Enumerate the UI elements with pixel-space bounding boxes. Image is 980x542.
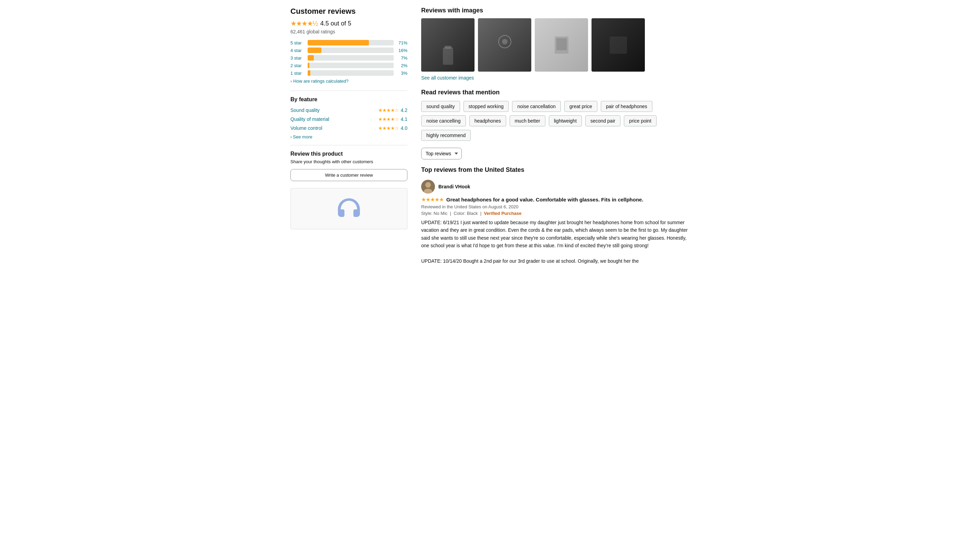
feature-name-volume-control[interactable]: Volume control bbox=[290, 125, 323, 131]
see-more-link[interactable]: › See more bbox=[290, 134, 407, 139]
review-images-row bbox=[421, 18, 690, 72]
reviewer-name-0: Brandi VHook bbox=[438, 184, 470, 190]
global-ratings-text: 62,461 global ratings bbox=[290, 29, 407, 34]
divider-2 bbox=[290, 145, 407, 145]
review-style-color-0: Style: No Mic | Color: Black | Verified … bbox=[421, 211, 690, 216]
svg-rect-1 bbox=[445, 46, 452, 49]
verified-purchase-badge-0: Verified Purchase bbox=[484, 211, 521, 216]
chevron-down-icon: › bbox=[290, 78, 292, 84]
review-card-0: Brandi VHook ★★★★★ Great headphones for … bbox=[421, 180, 690, 265]
bar-container-2star bbox=[308, 63, 394, 68]
bar-pct-1star[interactable]: 3% bbox=[396, 70, 407, 76]
review-style-0: Style: No Mic bbox=[421, 211, 448, 216]
feature-score-volume-control: 4.0 bbox=[401, 125, 407, 131]
reviewer-avatar-0 bbox=[421, 180, 435, 193]
feature-name-sound-quality[interactable]: Sound quality bbox=[290, 107, 320, 113]
bar-pct-4star[interactable]: 16% bbox=[396, 48, 407, 53]
overall-stars-icon: ★★★★½ bbox=[290, 19, 318, 27]
sort-select[interactable]: Top reviews Most recent bbox=[421, 148, 462, 159]
write-review-button[interactable]: Write a customer review bbox=[290, 169, 407, 181]
feature-name-quality-material[interactable]: Quality of material bbox=[290, 116, 329, 122]
mention-tag-stopped-working[interactable]: stopped working bbox=[463, 101, 509, 112]
feature-stars-sound-quality: ★★★★☆ 4.2 bbox=[378, 107, 407, 113]
reviews-images-title: Reviews with images bbox=[421, 7, 690, 14]
sort-row: Top reviews Most recent bbox=[421, 148, 690, 159]
left-column: Customer reviews ★★★★½ 4.5 out of 5 62,4… bbox=[290, 7, 407, 274]
review-body-0: UPDATE: 6/19/21 I just wanted to update … bbox=[421, 218, 690, 265]
bar-row-5star: 5 star 71% bbox=[290, 40, 407, 45]
bar-container-3star bbox=[308, 55, 394, 61]
feature-star-icons-quality-material: ★★★★☆ bbox=[378, 116, 399, 122]
mention-tag-price-point[interactable]: price point bbox=[624, 115, 657, 126]
feature-score-quality-material: 4.1 bbox=[401, 116, 407, 122]
bar-row-3star: 3 star 7% bbox=[290, 55, 407, 61]
by-feature-title: By feature bbox=[290, 96, 407, 103]
bar-container-1star bbox=[308, 70, 394, 76]
svg-point-3 bbox=[502, 39, 508, 45]
bar-row-4star: 4 star 16% bbox=[290, 48, 407, 53]
bar-container-5star bbox=[308, 40, 394, 45]
overall-rating-text: 4.5 out of 5 bbox=[320, 20, 351, 27]
overall-rating-row: ★★★★½ 4.5 out of 5 bbox=[290, 19, 407, 27]
review-this-title: Review this product bbox=[290, 151, 407, 157]
rating-bars: 5 star 71% 4 star 16% 3 star 7% bbox=[290, 40, 407, 76]
feature-row-quality-material: Quality of material ★★★★☆ 4.1 bbox=[290, 116, 407, 122]
bar-fill-2star bbox=[308, 63, 309, 68]
review-image-icon-1 bbox=[438, 44, 458, 72]
how-ratings-link[interactable]: › How are ratings calculated? bbox=[290, 78, 407, 84]
right-column: Reviews with images bbox=[421, 7, 690, 274]
mention-tag-lightweight[interactable]: lightweight bbox=[549, 115, 582, 126]
bar-fill-4star bbox=[308, 48, 321, 53]
review-image-icon-3 bbox=[548, 31, 575, 59]
mention-tag-highly-recommend[interactable]: highly recommend bbox=[421, 130, 471, 141]
bar-row-1star: 1 star 3% bbox=[290, 70, 407, 76]
mention-tag-noise-cancellation[interactable]: noise cancellation bbox=[512, 101, 560, 112]
feature-row-sound-quality: Sound quality ★★★★☆ 4.2 bbox=[290, 107, 407, 113]
feature-star-icons-sound-quality: ★★★★☆ bbox=[378, 107, 399, 113]
feature-score-sound-quality: 4.2 bbox=[401, 107, 407, 113]
review-image-4[interactable] bbox=[592, 18, 645, 72]
review-image-2[interactable] bbox=[478, 18, 531, 72]
mention-tag-headphones[interactable]: headphones bbox=[469, 115, 506, 126]
feature-star-icons-volume-control: ★★★★☆ bbox=[378, 125, 399, 131]
review-this-sub: Share your thoughts with other customers bbox=[290, 159, 407, 164]
bar-container-4star bbox=[308, 48, 394, 53]
divider-1 bbox=[290, 91, 407, 91]
bar-label-2star[interactable]: 2 star bbox=[290, 63, 305, 68]
mention-tag-pair-of-headphones[interactable]: pair of headphones bbox=[601, 101, 652, 112]
bar-label-4star[interactable]: 4 star bbox=[290, 48, 305, 53]
review-image-1[interactable] bbox=[421, 18, 474, 72]
review-color-0: Color: Black bbox=[453, 211, 477, 216]
feature-stars-volume-control: ★★★★☆ 4.0 bbox=[378, 125, 407, 131]
headphones-bottom-icon bbox=[335, 195, 363, 222]
bar-fill-5star bbox=[308, 40, 369, 45]
mention-tag-much-better[interactable]: much better bbox=[510, 115, 546, 126]
bar-pct-5star[interactable]: 71% bbox=[396, 40, 407, 45]
mention-tag-second-pair[interactable]: second pair bbox=[585, 115, 620, 126]
bar-pct-3star[interactable]: 7% bbox=[396, 56, 407, 61]
mention-tag-sound-quality[interactable]: sound quality bbox=[421, 101, 460, 112]
svg-point-8 bbox=[425, 182, 431, 188]
svg-rect-5 bbox=[557, 38, 567, 50]
feature-stars-quality-material: ★★★★☆ 4.1 bbox=[378, 116, 407, 122]
mention-tag-noise-cancelling[interactable]: noise cancelling bbox=[421, 115, 466, 126]
reviewer-row-0: Brandi VHook bbox=[421, 180, 690, 193]
chevron-down-icon-features: › bbox=[290, 134, 292, 139]
review-image-icon-2 bbox=[491, 31, 519, 59]
bar-row-2star: 2 star 2% bbox=[290, 63, 407, 68]
bottom-product-image bbox=[290, 188, 407, 230]
bar-fill-3star bbox=[308, 55, 314, 61]
review-image-icon-4 bbox=[605, 31, 632, 59]
review-stars-row-0: ★★★★★ Great headphones for a good value.… bbox=[421, 196, 690, 203]
bar-label-1star[interactable]: 1 star bbox=[290, 70, 305, 76]
read-reviews-title: Read reviews that mention bbox=[421, 89, 690, 96]
feature-row-volume-control: Volume control ★★★★☆ 4.0 bbox=[290, 125, 407, 131]
see-all-images-link[interactable]: See all customer images bbox=[421, 75, 690, 81]
svg-rect-0 bbox=[443, 48, 453, 65]
review-image-3[interactable] bbox=[535, 18, 588, 72]
bar-label-3star[interactable]: 3 star bbox=[290, 56, 305, 61]
bar-pct-2star[interactable]: 2% bbox=[396, 63, 407, 68]
bar-label-5star[interactable]: 5 star bbox=[290, 40, 305, 45]
mention-tag-great-price[interactable]: great price bbox=[564, 101, 597, 112]
review-meta-0: Reviewed in the United States on August … bbox=[421, 204, 690, 209]
